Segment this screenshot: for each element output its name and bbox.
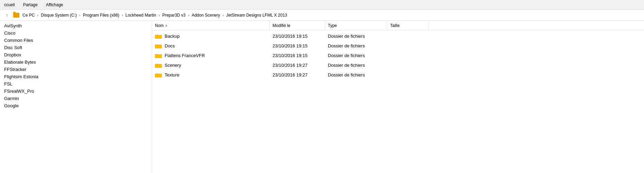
breadcrumb-program-files[interactable]: Program Files (x86) xyxy=(82,12,120,18)
col-modifie-label: Modifié le xyxy=(273,23,290,28)
file-name-text: Scenery xyxy=(165,63,181,68)
sidebar-item-common-files[interactable]: Common Files xyxy=(0,37,152,44)
file-modified-backup: 23/10/2016 19:15 xyxy=(270,31,325,41)
file-name-text: Flattens FranceVFR xyxy=(165,53,205,58)
folder-icon xyxy=(155,63,162,68)
sidebar-item-cisco[interactable]: Cisco xyxy=(0,29,152,37)
file-type-flattens: Dossier de fichiers xyxy=(325,51,387,60)
col-type-label: Type xyxy=(328,23,337,28)
col-header-taille[interactable]: Taille xyxy=(387,21,429,30)
file-area: Nom ∧ Modifié le Type Taille xyxy=(152,21,644,173)
file-size-backup xyxy=(387,31,429,41)
sort-arrow-up: ∧ xyxy=(165,24,167,27)
file-modified-texture: 23/10/2016 19:27 xyxy=(270,70,325,80)
folder-icon xyxy=(155,53,162,58)
menu-accueil[interactable]: ccueil xyxy=(3,2,16,8)
file-type-texture: Dossier de fichiers xyxy=(325,70,387,80)
file-name-texture: Texture xyxy=(152,70,270,80)
breadcrumb-folder-icon xyxy=(13,13,19,18)
breadcrumb-bar: ↑ Ce PC › Disque System (C:) › Program F… xyxy=(0,10,644,21)
file-modified-flattens: 23/10/2016 19:15 xyxy=(270,51,325,60)
file-modified-scenery: 23/10/2016 19:27 xyxy=(270,60,325,70)
table-row[interactable]: Docs 23/10/2016 19:15 Dossier de fichier… xyxy=(152,41,644,51)
sidebar-item-disc-soft[interactable]: Disc Soft xyxy=(0,44,152,51)
main-area: AviSynth Cisco Common Files Disc Soft Dr… xyxy=(0,21,644,173)
sidebar-list: AviSynth Cisco Common Files Disc Soft Dr… xyxy=(0,21,152,173)
svg-rect-4 xyxy=(155,64,162,68)
table-row[interactable]: Backup 23/10/2016 19:15 Dossier de fichi… xyxy=(152,31,644,41)
sidebar-item-elaborate-bytes[interactable]: Elaborate Bytes xyxy=(0,58,152,66)
file-type-backup: Dossier de fichiers xyxy=(325,31,387,41)
svg-rect-5 xyxy=(155,74,162,78)
file-header: Nom ∧ Modifié le Type Taille xyxy=(152,21,644,30)
folder-icon xyxy=(155,72,162,78)
breadcrumb-lockheed[interactable]: Lockheed Martin xyxy=(125,12,157,18)
file-name-text: Docs xyxy=(165,43,175,48)
col-taille-label: Taille xyxy=(390,23,399,28)
sidebar-item-dropbox[interactable]: Dropbox xyxy=(0,51,152,58)
sidebar-item-flightsim-estonia[interactable]: Flightsim Estonia xyxy=(0,73,152,80)
breadcrumb-sep-0: › xyxy=(36,13,39,17)
table-row[interactable]: Texture 23/10/2016 19:27 Dossier de fich… xyxy=(152,70,644,80)
file-size-docs xyxy=(387,41,429,51)
file-name-flattens: Flattens FranceVFR xyxy=(152,51,270,60)
svg-rect-3 xyxy=(155,54,162,58)
file-size-scenery xyxy=(387,60,429,70)
sidebar-item-avisynth[interactable]: AviSynth xyxy=(0,22,152,29)
table-row[interactable]: Scenery 23/10/2016 19:27 Dossier de fich… xyxy=(152,60,644,70)
breadcrumb-sep-1: › xyxy=(79,13,81,17)
breadcrumb-ce-pc[interactable]: Ce PC xyxy=(21,12,36,18)
file-name-text: Backup xyxy=(165,34,180,39)
file-name-backup: Backup xyxy=(152,31,270,41)
file-size-flattens xyxy=(387,51,429,60)
file-rows: Backup 23/10/2016 19:15 Dossier de fichi… xyxy=(152,30,644,80)
breadcrumb-jetstream[interactable]: JetStream Designs LFML X 2013 xyxy=(225,12,288,18)
breadcrumb-path: Ce PC › Disque System (C:) › Program Fil… xyxy=(21,12,288,18)
menu-partage[interactable]: Partage xyxy=(22,2,39,8)
col-header-modifie[interactable]: Modifié le xyxy=(270,21,325,30)
nav-up-button[interactable]: ↑ xyxy=(3,11,11,19)
file-name-scenery: Scenery xyxy=(152,60,270,70)
breadcrumb-addon-scenery[interactable]: Addon Scenery xyxy=(191,12,221,18)
table-row[interactable]: Flattens FranceVFR 23/10/2016 19:15 Doss… xyxy=(152,51,644,60)
menu-affichage[interactable]: Affichage xyxy=(45,2,65,8)
sidebar-item-fsrealwx-pro[interactable]: FSrealWX_Pro xyxy=(0,88,152,95)
menu-bar: ccueil Partage Affichage xyxy=(0,0,644,10)
sidebar-item-fsl[interactable]: FSL xyxy=(0,80,152,88)
file-name-docs: Docs xyxy=(152,41,270,51)
breadcrumb-sep-2: › xyxy=(121,13,124,17)
col-header-nom[interactable]: Nom ∧ xyxy=(152,21,270,30)
breadcrumb-sep-5: › xyxy=(222,13,224,17)
sidebar-item-google[interactable]: Google xyxy=(0,102,152,109)
breadcrumb-sep-4: › xyxy=(187,13,190,17)
file-modified-docs: 23/10/2016 19:15 xyxy=(270,41,325,51)
svg-rect-2 xyxy=(155,45,162,48)
file-type-scenery: Dossier de fichiers xyxy=(325,60,387,70)
file-name-text: Texture xyxy=(165,72,180,78)
sidebar-item-ffstracker[interactable]: FFStracker xyxy=(0,66,152,73)
folder-icon xyxy=(155,43,162,48)
breadcrumb-disque[interactable]: Disque System (C:) xyxy=(40,12,78,18)
col-nom-label: Nom xyxy=(155,23,164,28)
sidebar: AviSynth Cisco Common Files Disc Soft Dr… xyxy=(0,21,152,173)
sidebar-item-garmin[interactable]: Garmin xyxy=(0,95,152,102)
breadcrumb-prepar3d[interactable]: Prepar3D v3 xyxy=(161,12,186,18)
col-header-type[interactable]: Type xyxy=(325,21,387,30)
breadcrumb-sep-3: › xyxy=(158,13,160,17)
folder-icon xyxy=(155,34,162,39)
file-type-docs: Dossier de fichiers xyxy=(325,41,387,51)
file-size-texture xyxy=(387,70,429,80)
